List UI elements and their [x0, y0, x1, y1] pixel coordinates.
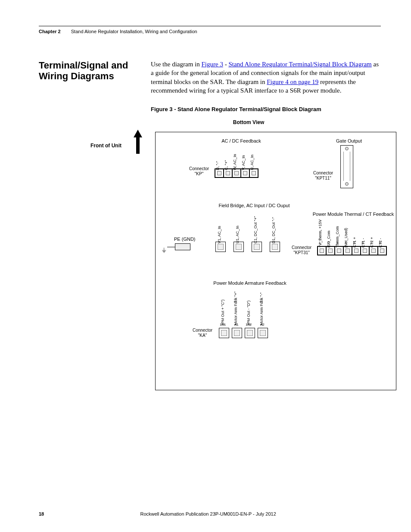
bottom-view-label: Bottom View — [116, 119, 381, 125]
gate-body — [343, 152, 350, 181]
page-number: 18 — [39, 511, 44, 516]
terminal — [361, 246, 369, 255]
terminal — [343, 246, 352, 255]
running-header: Chapter 2 Stand Alone Regulator Installa… — [39, 26, 381, 34]
terminal — [335, 246, 343, 255]
ka-num: A2 — [260, 323, 265, 327]
terminal — [241, 169, 249, 177]
terminal — [369, 246, 378, 255]
ka-terminal — [232, 328, 242, 338]
page-footer: 18 Rockwell Automation Publication 23P-U… — [39, 511, 381, 516]
terminal — [352, 246, 361, 255]
ka-term-label: Motor Arm Fdbk "-" — [259, 292, 264, 325]
kp-term-label: D, "-" — [215, 161, 220, 170]
kpt31-num: 2 — [327, 241, 329, 245]
ka-terminal — [258, 328, 268, 338]
ka-terminal — [245, 328, 255, 338]
kpt31-num: 8 — [379, 241, 381, 245]
terminal — [215, 169, 224, 177]
publication-id: Rockwell Automation Publication 23P-UM00… — [140, 511, 276, 516]
ka-term-label: (PM Out - "D") — [246, 301, 251, 325]
figure4-link[interactable]: Figure 4 on page 19 — [267, 78, 318, 85]
figure3-title-link[interactable]: Stand Alone Regulator Terminal/Signal Bl… — [228, 61, 371, 68]
field-term-label: C1, DC_Out "+" — [253, 216, 258, 243]
ka-num: 1A2 — [246, 323, 252, 327]
terminal — [249, 169, 258, 177]
pe-gnd-label: PE (GND) — [174, 236, 196, 242]
ka-num: 1A1 — [220, 323, 226, 327]
terminal — [378, 246, 386, 255]
kpt31-num: 5 — [353, 241, 355, 245]
field-term-label: U1, AC_In — [235, 226, 240, 243]
figure3-link[interactable]: Figure 3 — [201, 61, 223, 68]
front-of-unit-label: Front of Unit — [90, 143, 121, 149]
section-heading: Terminal/Signal and Wiring Diagrams — [39, 60, 146, 82]
pm-thermal-title: Power Module Thermal / CT Feedback — [310, 212, 396, 217]
kp-term-label: U, AC_In — [250, 155, 254, 170]
terminal — [232, 169, 241, 177]
kpt31-term-label: ISO_Com — [327, 230, 331, 248]
para-text: - — [223, 61, 229, 68]
field-bridge-title: Field Bridge, AC Input / DC Ouput — [211, 203, 297, 208]
kp-term-label: W, AC_In — [233, 154, 237, 170]
gate-connector — [340, 145, 353, 188]
kpt31-num: 6 — [362, 241, 364, 245]
diagram: Front of Unit AC / DC Feedback Connector… — [78, 130, 405, 397]
kpt31-num: 4 — [345, 241, 346, 245]
body-paragraph: Use the diagram in Figure 3 - Stand Alon… — [151, 60, 381, 95]
figure-caption: Figure 3 - Stand Alone Regulator Termina… — [151, 106, 381, 112]
kpt31-term-label: (Not_Used) — [344, 228, 348, 248]
connector-kp-label: Connector "KP" — [186, 166, 212, 177]
up-arrow-stem — [136, 137, 140, 154]
kpt31-num: 1 — [319, 241, 321, 245]
screw-hole-icon — [345, 147, 349, 150]
armature-title: Power Module Armature Feedback — [202, 280, 297, 286]
terminal — [326, 246, 335, 255]
kpt31-num: 7 — [371, 241, 372, 245]
terminal — [318, 246, 326, 255]
ka-term-label: (PM Out + "C") — [221, 299, 225, 325]
acdc-feedback-title: AC / DC Feedback — [215, 138, 267, 143]
field-term-label: V1, AC_In — [217, 226, 221, 243]
screw-hole-icon — [345, 182, 349, 186]
pe-terminal — [175, 243, 190, 250]
terminal — [224, 169, 232, 177]
chapter-label: Chapter 2 — [39, 29, 61, 34]
ka-terminal — [219, 328, 229, 338]
field-term-label: D1, DC_Out "-" — [271, 217, 276, 243]
kpt31-num: 3 — [336, 241, 338, 245]
connector-ka-label: Connector "KA" — [190, 328, 215, 338]
para-text: Use the diagram in — [151, 61, 201, 68]
chapter-title: Stand Alone Regulator Installation, Wiri… — [71, 29, 197, 34]
ka-term-label: Motor Arm Fdbk "+" — [234, 292, 238, 325]
connector-kpt11-label: Connector "KPT11" — [310, 171, 336, 181]
ground-icon: ⏚ — [162, 246, 166, 254]
kp-term-label: V, AC_In — [241, 155, 246, 170]
gnd-wire — [167, 247, 175, 247]
connector-kpt31-label: Connector "KPT31" — [289, 245, 314, 255]
kp-term-label: C, "+" — [224, 160, 228, 170]
ka-num: A1 — [234, 323, 239, 327]
gate-output-title: Gate Output — [327, 138, 371, 143]
